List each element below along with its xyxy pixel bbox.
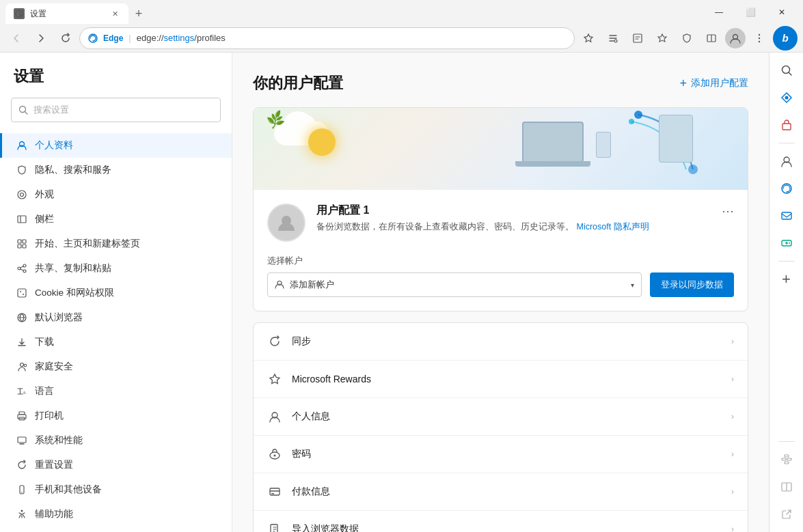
browser-essentials-button[interactable] <box>651 27 673 49</box>
forward-button[interactable] <box>30 27 52 49</box>
profile-body: 用户配置 1 备份浏览数据，在所有设备上查看收藏内容、密码、历史记录等。 Mic… <box>254 190 748 311</box>
splitscreen-button[interactable] <box>700 27 722 49</box>
nav-label-privacy: 隐私、搜索和服务 <box>35 164 111 176</box>
close-button[interactable]: ✕ <box>766 0 798 24</box>
sidebar-item-profile[interactable]: 个人资料 <box>0 133 232 158</box>
add-profile-button[interactable]: + 添加用户配置 <box>679 76 748 91</box>
sidebar-add-button[interactable]: + <box>774 267 799 292</box>
menu-label-payment: 付款信息 <box>292 486 722 498</box>
settings-search-box[interactable]: 搜索设置 <box>11 98 221 122</box>
tab-bar: 设置 ✕ + <box>5 0 703 24</box>
sidebar-discover-button[interactable] <box>774 85 799 110</box>
minimize-button[interactable]: — <box>703 0 735 24</box>
sidebar-item-share[interactable]: 共享、复制和粘贴 <box>0 256 232 281</box>
svg-rect-70 <box>785 462 789 464</box>
menu-item-payment[interactable]: 付款信息 › <box>254 473 748 511</box>
add-account-label: 添加新帐户 <box>290 279 334 291</box>
bing-copilot-button[interactable]: b <box>773 26 798 51</box>
menu-item-sync[interactable]: 同步 › <box>254 323 748 361</box>
tab-favicon <box>14 8 25 19</box>
sidebar-item-reset[interactable]: 重置设置 <box>0 453 232 477</box>
sidebar-item-start[interactable]: 开始、主页和新建标签页 <box>0 232 232 256</box>
new-tab-button[interactable]: + <box>128 3 149 24</box>
nav-label-appearance: 外观 <box>35 188 54 201</box>
svg-point-22 <box>18 267 21 270</box>
nav-icon-reset <box>16 459 28 471</box>
sidebar-settings-button[interactable] <box>774 447 799 472</box>
back-button[interactable] <box>5 27 27 49</box>
svg-line-11 <box>25 112 28 115</box>
profile-card: 🌿 <box>253 107 748 311</box>
sun-decoration <box>308 128 336 156</box>
sidebar-item-printer[interactable]: 打印机 <box>0 404 232 428</box>
sidebar-shopping-button[interactable] <box>774 113 799 137</box>
sidebar-item-sidebar[interactable]: 侧栏 <box>0 207 232 232</box>
account-select-dropdown[interactable]: 添加新帐户 ▾ <box>267 272 642 297</box>
menu-label-import: 导入浏览器数据 <box>292 523 722 532</box>
tab-close-button[interactable]: ✕ <box>109 8 120 19</box>
sidebar-item-language[interactable]: A 语言 <box>0 379 232 404</box>
main-area: 设置 搜索设置 个人资料 隐私、搜索和服务 外观 侧栏 开始、主页和新建标签页 … <box>0 53 803 532</box>
nav-icon-language: A <box>16 385 28 397</box>
menu-item-personal[interactable]: 个人信息 › <box>254 398 748 436</box>
refresh-button[interactable] <box>55 27 77 49</box>
svg-text:A: A <box>23 390 26 395</box>
svg-rect-59 <box>782 124 791 130</box>
bing-sidebar-panel: + <box>769 53 803 532</box>
sidebar-split-button[interactable] <box>774 475 799 499</box>
favorites-button[interactable] <box>577 27 599 49</box>
select-account-label: 选择帐户 <box>267 255 734 267</box>
menu-chevron-import: › <box>731 524 734 532</box>
reading-view-button[interactable] <box>627 27 649 49</box>
more-button[interactable] <box>748 27 770 49</box>
sidebar-item-accessibility[interactable]: 辅助功能 <box>0 502 232 527</box>
sidebar-item-mobile[interactable]: 手机和其他设备 <box>0 477 232 502</box>
svg-rect-3 <box>634 34 642 42</box>
privacy-link[interactable]: Microsoft 隐私声明 <box>576 222 649 232</box>
sidebar-item-family[interactable]: 家庭安全 <box>0 354 232 379</box>
menu-item-import[interactable]: 导入浏览器数据 › <box>254 511 748 532</box>
sidebar-games-button[interactable] <box>774 231 799 255</box>
svg-point-44 <box>629 119 634 124</box>
sidebar-item-appearance[interactable]: 外观 <box>0 182 232 207</box>
svg-rect-54 <box>271 524 277 532</box>
nav-label-mobile: 手机和其他设备 <box>35 484 102 496</box>
maximize-button[interactable]: ⬜ <box>735 0 766 24</box>
sidebar-item-browser[interactable]: 默认浏览器 <box>0 305 232 330</box>
svg-rect-18 <box>23 240 26 243</box>
sidebar-item-about[interactable]: 关于 Microsoft Edge <box>0 527 232 532</box>
svg-point-50 <box>274 455 276 457</box>
sidebar-external-button[interactable] <box>774 502 799 527</box>
menu-item-rewards[interactable]: Microsoft Rewards › <box>254 361 748 398</box>
svg-line-24 <box>21 266 23 268</box>
banner-art: 🌿 <box>254 108 748 190</box>
svg-point-55 <box>782 66 789 74</box>
profile-button[interactable] <box>725 28 746 48</box>
svg-rect-26 <box>18 289 26 297</box>
address-bar[interactable]: Edge | edge://settings/profiles <box>79 27 575 49</box>
collections-button[interactable] <box>602 27 624 49</box>
svg-point-45 <box>688 165 698 174</box>
sidebar-search-button[interactable] <box>774 58 799 83</box>
browser-shield-button[interactable] <box>676 27 698 49</box>
sync-button[interactable]: 登录以同步数据 <box>650 272 734 297</box>
profile-more-button[interactable]: ⋯ <box>722 204 734 219</box>
titlebar: 设置 ✕ + — ⬜ ✕ <box>0 0 803 24</box>
nav-label-accessibility: 辅助功能 <box>35 508 73 520</box>
sidebar-item-cookie[interactable]: Cookie 和网站权限 <box>0 281 232 305</box>
sidebar-item-system[interactable]: 系统和性能 <box>0 428 232 453</box>
menu-item-password[interactable]: 密码 › <box>254 436 748 473</box>
active-tab[interactable]: 设置 ✕ <box>5 3 128 24</box>
tablet-decoration <box>659 115 693 163</box>
address-url: edge://settings/profiles <box>137 33 226 43</box>
sidebar-profile-button[interactable] <box>774 149 799 173</box>
menu-icon-password <box>267 447 282 462</box>
account-icon <box>275 279 284 291</box>
nav-label-start: 开始、主页和新建标签页 <box>35 238 140 250</box>
sidebar-item-privacy[interactable]: 隐私、搜索和服务 <box>0 158 232 182</box>
edge-logo-icon <box>88 33 98 43</box>
sidebar-outlook-button[interactable] <box>774 204 799 228</box>
sidebar-item-download[interactable]: 下载 <box>0 330 232 354</box>
svg-point-58 <box>785 96 788 100</box>
sidebar-edge-button[interactable] <box>774 176 799 201</box>
